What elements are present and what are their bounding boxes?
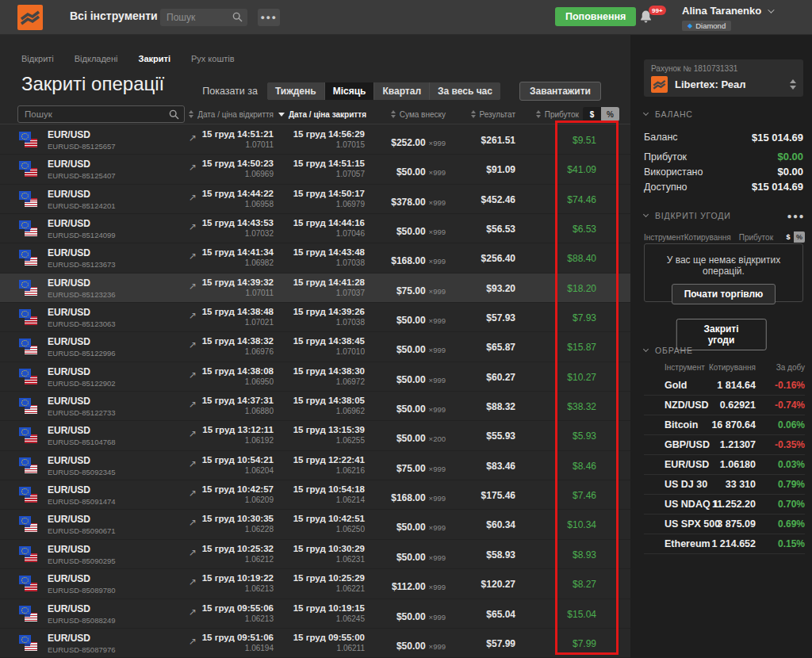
favorite-row[interactable]: Ethereum 1 214.652 0.15% [644,534,805,554]
favorite-row[interactable]: Gold 1 814.64 -0.16% [644,376,805,396]
multiplier: ×999 [429,523,446,532]
table-row[interactable]: EUR/USD EURUSD-85125407 ↗ 15 груд 14:50:… [0,155,630,184]
table-row[interactable]: EUR/USD EURUSD-85090295 ↗ 15 груд 10:25:… [0,540,630,569]
toggle-dollar[interactable]: $ [583,107,601,121]
profit-unit-toggle[interactable]: $ % [583,107,619,121]
close-datetime-price: 15 груд 13:15:39 1.06255 [288,425,365,445]
favorite-row[interactable]: GBP/USD 1.21307 -0.35% [644,435,805,455]
column-header-amount[interactable]: Сума внеску [373,105,446,123]
trade-id: EURUSD-85090295 [48,557,116,565]
instruments-dropdown[interactable]: Всі інструменти [70,10,169,22]
multiplier: ×999 [429,553,446,562]
table-row[interactable]: EUR/USD EURUSD-85124201 ↗ 15 груд 14:44:… [0,185,630,214]
result-cell: $58.93 [452,549,515,560]
trade-id: EURUSD-85124201 [48,201,116,210]
favorite-row[interactable]: US DJ 30 33 310 0.79% [644,475,805,495]
trend-up-icon: ↗ [189,517,197,528]
balance-section-header[interactable]: БАЛАНС [644,109,805,119]
profit-cell: $8.93 [539,549,596,560]
trend-up-icon: ↗ [189,428,197,439]
column-header-result[interactable]: Результат [444,105,515,123]
tab[interactable]: Рух коштів [191,54,235,63]
close-datetime-price: 15 груд 14:38:05 1.06962 [288,396,365,415]
trade-id: EURUSD-85123063 [48,319,116,328]
close-datetime-price: 15 груд 14:41:28 1.07037 [288,277,365,297]
amount-cell: $378.00×999 [365,194,446,208]
notifications-bell[interactable]: 99+ [639,10,663,27]
table-row[interactable]: EUR/USD EURUSD-85104768 ↗ 15 груд 13:12:… [0,421,630,450]
instrument-flag-icon [19,427,40,446]
closed-operations-pane: Відкриті Відкладені Закриті Рух коштів З… [0,35,630,658]
header-search[interactable] [160,9,247,26]
balance-row: Доступно $15 014.69 [644,179,803,194]
table-row[interactable]: EUR/USD EURUSD-85090671 ↗ 15 груд 10:30:… [0,510,630,539]
result-cell: $83.46 [452,461,515,472]
amount-cell: $50.00×999 [365,312,446,327]
favorite-row[interactable]: NZD/USD 0.62921 -0.74% [644,396,805,415]
table-row[interactable]: EUR/USD EURUSD-85122996 ↗ 15 груд 14:38:… [0,332,630,362]
table-row[interactable]: EUR/USD EURUSD-85088249 ↗ 15 груд 09:55:… [0,599,630,629]
table-row[interactable]: EUR/USD EURUSD-85091474 ↗ 15 груд 10:42:… [0,480,630,510]
table-row[interactable]: EUR/USD EURUSD-85092345 ↗ 15 груд 10:54:… [0,451,630,480]
multiplier: ×999 [429,257,446,266]
balance-row: Прибуток $0.00 [644,149,803,164]
table-search[interactable] [17,105,185,123]
amount-cell: $50.00×999 [365,519,446,534]
table-row[interactable]: EUR/USD EURUSD-85124099 ↗ 15 груд 14:43:… [0,214,630,243]
table-row[interactable]: EUR/USD EURUSD-85125657 ↗ 15 груд 14:51:… [0,125,630,155]
trade-id: EURUSD-85122902 [48,379,116,388]
table-row[interactable]: EUR/USD EURUSD-85123236 ↗ 15 груд 14:39:… [0,274,630,303]
table-row[interactable]: EUR/USD EURUSD-85122902 ↗ 15 груд 14:38:… [0,362,630,392]
table-row[interactable]: EUR/USD EURUSD-85123063 ↗ 15 груд 14:38:… [0,303,630,332]
table-row[interactable]: EUR/USD EURUSD-85123673 ↗ 15 груд 14:41:… [0,243,630,273]
favorite-row[interactable]: EUR/USD 1.06180 0.03% [644,455,805,475]
account-selector[interactable]: Рахунок № 1810731331 Libertex: Реал [644,59,803,97]
open-datetime-price: 15 груд 14:41:34 1.06982 [197,247,274,267]
open-trades-columns: Інструмент Котирування Прибуток $ % [644,231,805,243]
favorite-row[interactable]: US NDAQ 1… 11 252.20 0.70% [644,495,805,515]
table-row[interactable]: EUR/USD EURUSD-85089780 ↗ 15 груд 10:19:… [0,569,630,599]
table-row[interactable]: EUR/USD EURUSD-85122733 ↗ 15 груд 14:37:… [0,392,630,421]
account-name: Libertex: Реал [675,78,746,90]
column-header-open[interactable]: Дата / ціна відкриття [174,105,274,123]
close-datetime-price: 15 груд 12:22:41 1.06216 [288,455,365,475]
account-spinner-icon[interactable] [790,79,796,90]
period-option[interactable]: Тиждень [267,82,324,100]
libertex-logo[interactable] [17,5,43,30]
deposit-button[interactable]: Поповнення [555,7,636,26]
favorite-row[interactable]: Bitcoin 16 870.64 0.06% [644,415,805,435]
user-menu[interactable]: Alina Taranenko ◆ Diamond [682,5,772,31]
toggle-percent[interactable]: % [601,107,619,121]
start-trading-button[interactable]: Почати торгівлю [672,284,776,304]
more-button[interactable]: ●●● [258,9,280,26]
tab[interactable]: Закриті [139,54,170,63]
amount-cell: $50.00×999 [365,224,446,238]
table-search-input[interactable] [18,106,184,122]
section-more-icon[interactable]: ●●● [787,212,805,220]
table-row[interactable]: EUR/USD EURUSD-85087976 ↗ 15 груд 09:51:… [0,629,630,658]
period-option[interactable]: За весь час [430,82,500,100]
column-header-profit[interactable]: Прибуток [508,105,579,123]
open-datetime-price: 15 груд 14:38:32 1.06976 [197,336,274,356]
instrument-flag-icon [19,160,40,179]
period-option[interactable]: Місяць [325,82,374,100]
download-button[interactable]: Завантажити [519,82,601,101]
tab[interactable]: Відкриті [21,54,54,63]
balance-row: Баланс $15 014.69 [644,125,803,149]
column-header-close[interactable]: Дата / ціна закриття [270,105,366,123]
close-datetime-price: 15 груд 10:54:18 1.06214 [288,484,365,504]
favorites-section-header[interactable]: ОБРАНЕ [644,346,805,355]
result-cell: $88.32 [452,401,515,412]
period-option[interactable]: Квартал [374,82,429,100]
multiplier: ×999 [429,465,446,473]
favorite-row[interactable]: US SPX 500 3 875.09 0.69% [644,515,805,534]
multiplier: ×200 [429,434,446,443]
favorite-quote: 1 214.652 [711,534,756,554]
instrument-name: EUR/USD [48,544,116,555]
open-trades-unit-toggle[interactable]: $ % [783,231,805,243]
open-trades-section-header[interactable]: ВІДКРИТІ УГОДИ ●●● [644,211,805,220]
multiplier: ×999 [429,613,446,622]
tab[interactable]: Відкладені [75,54,118,63]
result-cell: $261.51 [452,135,515,146]
favorite-instrument: Gold [665,376,687,396]
